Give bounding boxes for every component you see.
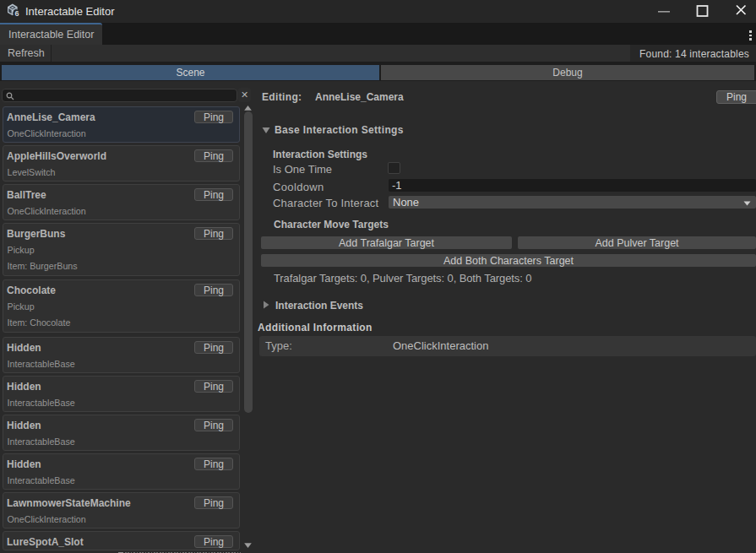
svg-text:6: 6 (14, 9, 19, 18)
